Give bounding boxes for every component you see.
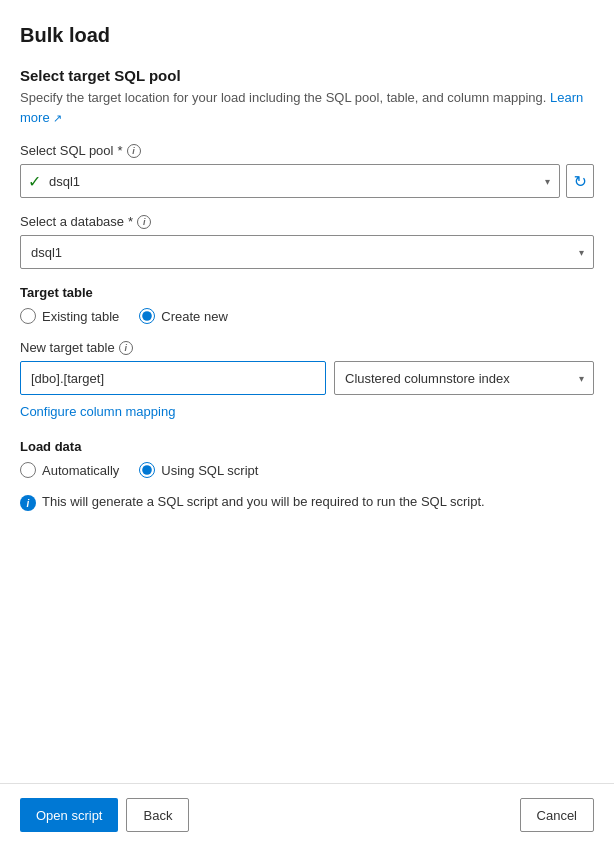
sql-pool-select-container: ✓ dsql1 ▾ xyxy=(20,164,560,198)
load-data-radio-group: Automatically Using SQL script xyxy=(20,462,594,478)
index-select-container: Clustered columnstore index ▾ xyxy=(334,361,594,395)
existing-table-option[interactable]: Existing table xyxy=(20,308,119,324)
external-link-icon: ↗ xyxy=(53,112,62,124)
index-type-select[interactable]: Clustered columnstore index xyxy=(334,361,594,395)
create-new-radio[interactable] xyxy=(139,308,155,324)
back-button[interactable]: Back xyxy=(126,798,189,832)
target-table-label: Target table xyxy=(20,285,594,300)
database-info-icon[interactable]: i xyxy=(137,215,151,229)
sql-script-label: Using SQL script xyxy=(161,463,258,478)
new-target-table-input[interactable] xyxy=(20,361,326,395)
configure-column-mapping-link[interactable]: Configure column mapping xyxy=(20,404,175,419)
refresh-icon: ↺ xyxy=(574,172,587,191)
section-title-target-sql-pool: Select target SQL pool xyxy=(20,67,594,84)
section-description: Specify the target location for your loa… xyxy=(20,88,594,127)
open-script-button[interactable]: Open script xyxy=(20,798,118,832)
load-data-label: Load data xyxy=(20,439,594,454)
target-table-radio-group: Existing table Create new xyxy=(20,308,594,324)
footer: Open script Back Cancel xyxy=(0,784,614,846)
info-message-text: This will generate a SQL script and you … xyxy=(42,494,485,509)
existing-table-label: Existing table xyxy=(42,309,119,324)
database-select-wrapper: dsql1 ▾ xyxy=(20,235,594,269)
new-target-table-info-icon[interactable]: i xyxy=(119,341,133,355)
existing-table-radio[interactable] xyxy=(20,308,36,324)
sql-script-option[interactable]: Using SQL script xyxy=(139,462,258,478)
automatically-label: Automatically xyxy=(42,463,119,478)
automatically-option[interactable]: Automatically xyxy=(20,462,119,478)
info-circle-icon: i xyxy=(20,495,36,511)
info-message: i This will generate a SQL script and yo… xyxy=(20,494,594,511)
sql-pool-select[interactable]: dsql1 xyxy=(20,164,560,198)
sql-pool-label: Select SQL pool* i xyxy=(20,143,594,158)
sql-pool-refresh-button[interactable]: ↺ xyxy=(566,164,594,198)
database-select[interactable]: dsql1 xyxy=(20,235,594,269)
new-target-table-label: New target table i xyxy=(20,340,594,355)
sql-pool-select-wrapper: ✓ dsql1 ▾ ↺ xyxy=(20,164,594,198)
sql-pool-select-row: ✓ dsql1 ▾ ↺ xyxy=(20,164,594,198)
automatically-radio[interactable] xyxy=(20,462,36,478)
cancel-button[interactable]: Cancel xyxy=(520,798,594,832)
page-title: Bulk load xyxy=(20,24,594,47)
database-select-container: dsql1 ▾ xyxy=(20,235,594,269)
create-new-label: Create new xyxy=(161,309,227,324)
target-table-row: Clustered columnstore index ▾ xyxy=(20,361,594,395)
database-label: Select a database* i xyxy=(20,214,594,229)
sql-pool-info-icon[interactable]: i xyxy=(127,144,141,158)
load-data-section: Load data Automatically Using SQL script… xyxy=(20,439,594,511)
create-new-option[interactable]: Create new xyxy=(139,308,227,324)
sql-script-radio[interactable] xyxy=(139,462,155,478)
